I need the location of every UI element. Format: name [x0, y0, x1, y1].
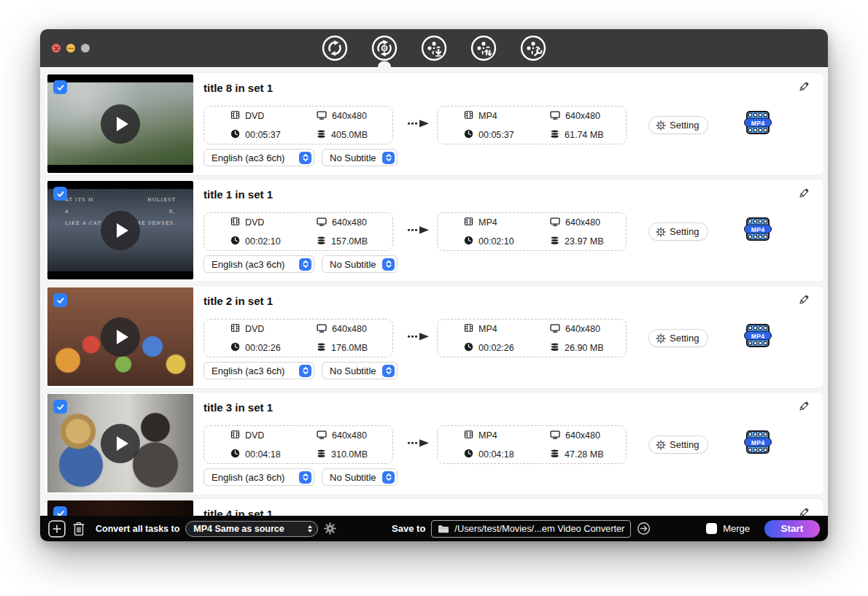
save-path-value: /Users/test/Movies/...em Video Converter: [454, 523, 624, 534]
edit-title-icon[interactable]: [796, 398, 812, 417]
audio-track-value: English (ac3 6ch): [212, 472, 284, 483]
video-downloader-icon[interactable]: [418, 32, 450, 64]
row-checkbox[interactable]: [53, 293, 67, 307]
bottom-toolbar: Convert all tasks to MP4 Same as source …: [40, 516, 828, 541]
main-toolbar: [40, 32, 828, 64]
subtitle-value: No Subtitle: [330, 365, 376, 376]
arrow-icon: [407, 331, 432, 344]
arrow-icon: [407, 225, 432, 238]
film-icon: [230, 217, 240, 228]
output-format-select[interactable]: MP4 Same as source: [185, 521, 318, 537]
setting-button[interactable]: Setting: [648, 116, 708, 134]
edit-title-icon[interactable]: [796, 292, 812, 310]
audio-track-select[interactable]: English (ac3 6ch): [204, 468, 314, 486]
merge-checkbox[interactable]: [706, 523, 717, 534]
setting-button[interactable]: Setting: [648, 436, 708, 454]
media-transfer-icon[interactable]: [468, 32, 500, 64]
target-resolution: 640x480: [565, 430, 600, 441]
film-icon: [230, 110, 240, 122]
app-window: title 8 in set 1 DVD 640x480 00:05:37 40…: [40, 29, 828, 541]
edit-title-icon[interactable]: [796, 185, 812, 204]
source-duration: 00:04:18: [245, 449, 281, 460]
storage-icon: [317, 449, 326, 460]
row-title: title 2 in set 1: [204, 295, 273, 307]
open-folder-arrow-button[interactable]: [637, 522, 651, 535]
stepper-icon: [382, 258, 395, 271]
stepper-icon: [299, 258, 311, 271]
target-info-box: MP4 640x480 00:02:26 26.90 MB: [437, 319, 627, 357]
task-row: AT ITS MHOLIEST AR, LIKE A CATHE SENSES.…: [44, 179, 824, 282]
source-duration: 00:02:10: [245, 236, 281, 247]
video-thumbnail: [47, 500, 193, 516]
start-button[interactable]: Start: [764, 520, 820, 538]
edit-title-icon[interactable]: [796, 79, 812, 97]
source-format: DVD: [245, 111, 264, 121]
play-button[interactable]: [101, 104, 140, 144]
edit-title-icon[interactable]: [796, 505, 812, 516]
row-checkbox[interactable]: [53, 506, 67, 516]
play-button[interactable]: [101, 211, 140, 250]
target-size: 26.90 MB: [565, 343, 604, 353]
subtitle-select[interactable]: No Subtitle: [322, 255, 398, 273]
target-resolution: 640x480: [565, 324, 600, 334]
row-checkbox[interactable]: [53, 80, 67, 94]
setting-button[interactable]: Setting: [648, 222, 708, 241]
stepper-icon: [299, 365, 311, 377]
audio-track-select[interactable]: English (ac3 6ch): [204, 149, 314, 166]
task-row: title 3 in set 1 DVD 640x480 00:04:18 31…: [44, 392, 824, 495]
select-arrows-icon: [308, 525, 312, 533]
target-info-box: MP4 640x480 00:05:37 61.74 MB: [437, 106, 627, 144]
setting-button[interactable]: Setting: [648, 329, 708, 347]
audio-track-select[interactable]: English (ac3 6ch): [204, 362, 314, 379]
play-button[interactable]: [101, 424, 140, 463]
storage-icon: [317, 342, 326, 354]
mp4-badge: MP4: [744, 225, 772, 234]
source-resolution: 640x480: [332, 111, 367, 121]
subtitle-select[interactable]: No Subtitle: [322, 149, 398, 166]
row-title: title 1 in set 1: [204, 188, 273, 201]
target-format: MP4: [478, 430, 497, 441]
task-row: title 8 in set 1 DVD 640x480 00:05:37 40…: [44, 73, 824, 175]
source-resolution: 640x480: [332, 430, 367, 441]
audio-track-select[interactable]: English (ac3 6ch): [204, 255, 314, 273]
setting-label: Setting: [670, 120, 699, 131]
row-checkbox[interactable]: [53, 187, 67, 201]
save-path-field[interactable]: /Users/test/Movies/...em Video Converter: [431, 520, 631, 538]
source-format: DVD: [245, 217, 264, 228]
source-resolution: 640x480: [332, 217, 367, 228]
row-title: title 8 in set 1: [204, 82, 273, 94]
toolbox-icon[interactable]: [517, 32, 549, 64]
row-title: title 4 in set 1: [204, 508, 273, 516]
target-resolution: 640x480: [565, 111, 600, 121]
play-button[interactable]: [101, 317, 140, 357]
video-thumbnail: [47, 287, 193, 386]
subtitle-value: No Subtitle: [330, 152, 376, 163]
storage-icon: [550, 236, 559, 247]
film-icon: [464, 323, 473, 335]
video-thumbnail: [47, 74, 193, 173]
video-thumbnail: AT ITS MHOLIEST AR, LIKE A CATHE SENSES.: [47, 181, 193, 279]
target-duration: 00:02:26: [478, 343, 514, 353]
setting-label: Setting: [670, 439, 699, 450]
format-settings-gear-icon[interactable]: [324, 522, 336, 535]
film-icon: [464, 217, 473, 228]
monitor-icon: [317, 217, 327, 229]
add-file-button[interactable]: [48, 520, 66, 538]
audio-track-value: English (ac3 6ch): [212, 259, 284, 270]
subtitle-select[interactable]: No Subtitle: [322, 468, 398, 486]
source-resolution: 640x480: [332, 324, 367, 334]
delete-task-button[interactable]: [71, 521, 86, 537]
video-converter-icon[interactable]: [319, 32, 351, 64]
target-duration: 00:02:10: [478, 236, 514, 247]
target-format: MP4: [478, 324, 497, 334]
stepper-icon: [299, 471, 311, 484]
clock-icon: [230, 236, 240, 247]
subtitle-select[interactable]: No Subtitle: [322, 362, 398, 379]
monitor-icon: [550, 430, 560, 442]
target-duration: 00:04:18: [478, 449, 514, 460]
mp4-file-icon: MP4: [746, 111, 771, 136]
source-info-box: DVD 640x480 00:04:18 310.0MB: [204, 425, 393, 464]
merge-group: Merge: [706, 523, 750, 534]
dvd-ripper-icon[interactable]: [368, 32, 400, 64]
row-checkbox[interactable]: [53, 400, 67, 414]
